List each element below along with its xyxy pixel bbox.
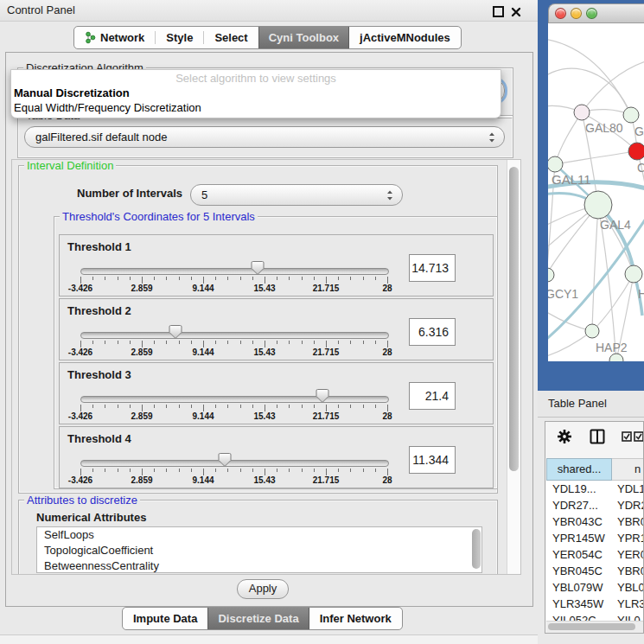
threshold-value-field[interactable]: 6.316 bbox=[409, 318, 456, 346]
slider-tick bbox=[326, 341, 327, 348]
threshold-value-field[interactable]: 21.4 bbox=[409, 382, 456, 410]
network-node[interactable] bbox=[609, 354, 623, 361]
network-node-gal4[interactable] bbox=[584, 191, 612, 219]
slider-tick bbox=[92, 341, 93, 344]
numerical-attributes-list[interactable]: SelfLoopsTopologicalCoefficientBetweenne… bbox=[36, 526, 482, 573]
panel-title: Control Panel bbox=[7, 3, 75, 16]
tab-infer-network[interactable]: Infer Network bbox=[309, 608, 402, 629]
network-node-gcy1[interactable] bbox=[548, 268, 554, 282]
attribute-item-betweennesscentrality[interactable]: BetweennessCentrality bbox=[37, 558, 481, 573]
cell-name: YDR2 bbox=[612, 497, 644, 513]
tick-label: 15.43 bbox=[253, 284, 275, 293]
tab-style[interactable]: Style bbox=[156, 27, 203, 48]
table-hscrollbar-thumb[interactable] bbox=[548, 623, 635, 630]
slider-tick bbox=[375, 469, 376, 472]
slider-tick bbox=[130, 341, 131, 344]
slider-tick bbox=[191, 277, 192, 280]
table-row[interactable]: YBR043CYBR0 bbox=[546, 513, 644, 530]
table-row[interactable]: YBL079WYBL0 bbox=[546, 579, 644, 596]
table-row[interactable]: YIL052CYIL0 bbox=[546, 612, 644, 621]
network-node-gal11[interactable] bbox=[548, 156, 563, 172]
network-canvas[interactable]: GAL80GACGAL11GAL4GCY1HHAP2 bbox=[548, 23, 644, 361]
slider-tick bbox=[302, 341, 303, 344]
slider-track[interactable] bbox=[80, 460, 389, 467]
algorithm-option-manual-discretization[interactable]: Manual Discretization bbox=[14, 86, 130, 99]
cell-shared-name: YLR345W bbox=[546, 596, 612, 612]
table-hscrollbar[interactable] bbox=[546, 621, 643, 633]
slider-tick bbox=[92, 405, 93, 408]
slider-thumb[interactable] bbox=[218, 452, 232, 468]
slider-tick bbox=[265, 277, 265, 284]
table-data-combobox[interactable]: galFiltered.sif default node bbox=[24, 126, 505, 148]
tab-select[interactable]: Select bbox=[204, 27, 258, 48]
slider-ticks bbox=[80, 277, 387, 284]
slider-tick bbox=[363, 469, 364, 472]
number-of-intervals-label: Number of Intervals bbox=[77, 187, 182, 200]
network-node-gal80[interactable] bbox=[574, 105, 590, 120]
tab-impute-data[interactable]: Impute Data bbox=[123, 608, 207, 629]
slider-tick bbox=[289, 405, 290, 408]
slider-thumb[interactable] bbox=[316, 388, 329, 404]
tick-label: 15.43 bbox=[253, 411, 275, 421]
attribute-item-topologicalcoefficient[interactable]: TopologicalCoefficient bbox=[37, 543, 481, 558]
group-title: Threshold's Coordinates for 5 Intervals bbox=[60, 210, 258, 223]
slider-tick bbox=[252, 405, 253, 408]
settings-scrollbar-thumb[interactable] bbox=[509, 167, 519, 471]
column-header-shared[interactable]: shared... bbox=[546, 458, 612, 481]
network-window-titlebar[interactable] bbox=[548, 3, 644, 23]
network-node-c[interactable] bbox=[628, 143, 644, 160]
slider-thumb[interactable] bbox=[251, 260, 265, 276]
slider-tick bbox=[118, 405, 118, 408]
network-node-hap2[interactable] bbox=[585, 324, 599, 338]
checkbox-icon[interactable] bbox=[634, 431, 644, 442]
tab-label: Discretize Data bbox=[218, 612, 298, 625]
tab-network[interactable]: Network bbox=[74, 27, 155, 48]
tab-jactivemnodules[interactable]: jActiveMNodules bbox=[349, 27, 461, 48]
combo-value: galFiltered.sif default node bbox=[35, 131, 167, 143]
tick-label: 9.144 bbox=[192, 411, 214, 421]
attribute-item-selfloops[interactable]: SelfLoops bbox=[37, 527, 481, 543]
slider-tick bbox=[314, 341, 315, 344]
close-traffic-light[interactable] bbox=[555, 8, 566, 19]
table-row[interactable]: YPR145WYPR1 bbox=[546, 530, 644, 546]
table-row[interactable]: YLR345WYLR3 bbox=[546, 596, 644, 612]
table-row[interactable]: YER054CYER0 bbox=[546, 546, 644, 563]
cell-name: YER0 bbox=[612, 546, 644, 563]
close-icon[interactable] bbox=[511, 5, 521, 16]
tab-label: Infer Network bbox=[320, 612, 392, 625]
float-window-icon[interactable] bbox=[493, 6, 504, 17]
table-row[interactable]: YDR27...YDR2 bbox=[546, 497, 644, 513]
slider-tick bbox=[240, 405, 241, 408]
split-columns-icon[interactable] bbox=[590, 429, 605, 444]
slider-thumb[interactable] bbox=[169, 324, 182, 340]
gear-icon[interactable] bbox=[557, 429, 572, 444]
slider-track[interactable] bbox=[80, 268, 389, 275]
slider-tick bbox=[215, 405, 216, 408]
list-scrollbar-thumb[interactable] bbox=[472, 529, 481, 569]
node-label: GCY1 bbox=[548, 287, 578, 301]
table-row[interactable]: YDL19...YDL1 bbox=[546, 481, 644, 497]
slider-tick bbox=[277, 277, 277, 280]
minimize-traffic-light[interactable] bbox=[571, 8, 582, 19]
control-panel-titlebar: Control Panel bbox=[0, 0, 538, 22]
slider-tick bbox=[387, 469, 388, 475]
threshold-label: Threshold 4 bbox=[67, 432, 131, 445]
settings-scrollbar[interactable] bbox=[507, 160, 521, 574]
cell-shared-name: YPR145W bbox=[546, 530, 612, 546]
threshold-value-field[interactable]: 11.344 bbox=[409, 446, 456, 474]
algorithm-option-equal-width-frequency-discretization[interactable]: Equal Width/Frequency Discretization bbox=[14, 101, 201, 114]
column-header-name[interactable]: n bbox=[612, 458, 644, 481]
network-node-ga[interactable] bbox=[623, 107, 639, 123]
network-node-h[interactable] bbox=[625, 265, 642, 283]
threshold-value-field[interactable]: 14.713 bbox=[409, 254, 456, 282]
zoom-traffic-light[interactable] bbox=[586, 8, 597, 19]
table-row[interactable]: YBR045CYBR0 bbox=[546, 563, 644, 579]
tab-discretize-data[interactable]: Discretize Data bbox=[207, 608, 309, 629]
checkbox-icon[interactable] bbox=[622, 431, 632, 442]
slider-track[interactable] bbox=[80, 332, 389, 339]
tab-cyni-toolbox[interactable]: Cyni Toolbox bbox=[258, 27, 349, 48]
slider-track[interactable] bbox=[80, 396, 389, 403]
number-of-intervals-spinner[interactable]: 5 bbox=[190, 184, 403, 206]
slider-tick bbox=[92, 469, 93, 472]
apply-button[interactable]: Apply bbox=[237, 579, 289, 599]
